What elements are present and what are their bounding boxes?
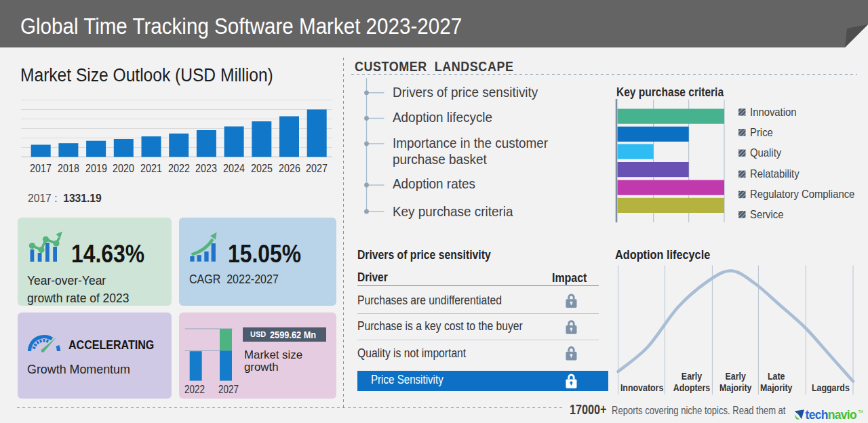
svg-text:TM: TM <box>859 409 863 414</box>
svg-text:technavio: technavio <box>806 408 856 422</box>
